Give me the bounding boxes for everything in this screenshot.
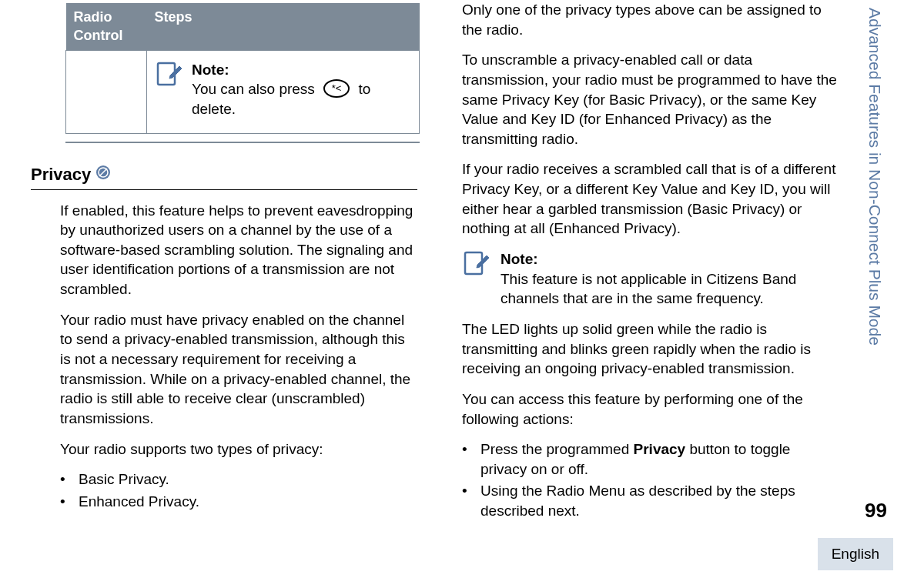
list-item: Enhanced Privacy. <box>60 492 417 512</box>
page-number: 99 <box>865 497 887 524</box>
paragraph: The LED lights up solid green while the … <box>462 319 839 379</box>
paragraph: Only one of the privacy types above can … <box>462 0 839 39</box>
list-item: Using the Radio Menu as described by the… <box>462 481 839 520</box>
note-label: Note: <box>500 251 538 267</box>
paragraph: To unscramble a privacy-enabled call or … <box>462 50 839 149</box>
paragraph: Your radio supports two types of privacy… <box>31 439 417 459</box>
table-header-radio-control: Radio Control <box>66 3 147 50</box>
note-icon <box>462 251 490 282</box>
note-body-text: You can also press *< to delete. <box>192 79 411 119</box>
privacy-types-list: Basic Privacy. Enhanced Privacy. <box>31 469 417 511</box>
list-item: Basic Privacy. <box>60 469 417 489</box>
list-item: Press the programmed Privacy button to t… <box>462 439 839 479</box>
privacy-icon <box>95 163 111 186</box>
paragraph: Your radio must have privacy enabled on … <box>31 310 417 429</box>
table-header-steps: Steps <box>147 3 420 50</box>
actions-list: Press the programmed Privacy button to t… <box>462 439 839 521</box>
section-rule <box>31 189 417 190</box>
paragraph: You can access this feature by performin… <box>462 389 839 429</box>
note-label: Note: <box>192 60 411 80</box>
table-row: Note: You can also press *< to delete. <box>66 50 420 133</box>
paragraph: If enabled, this feature helps to preven… <box>31 201 417 299</box>
table-bottom-rule <box>65 142 420 143</box>
chapter-title-vertical: Advanced Features in Non-Connect Plus Mo… <box>864 8 886 346</box>
asterisk-key-icon: *< <box>323 79 350 98</box>
paragraph: If your radio receives a scrambled call … <box>462 159 839 239</box>
note-icon <box>155 62 182 93</box>
radio-control-table: Radio Control Steps <box>65 3 420 134</box>
note-body-text: This feature is not applicable in Citize… <box>500 269 839 309</box>
language-tag: English <box>818 538 893 570</box>
section-heading-privacy: Privacy <box>31 163 417 186</box>
